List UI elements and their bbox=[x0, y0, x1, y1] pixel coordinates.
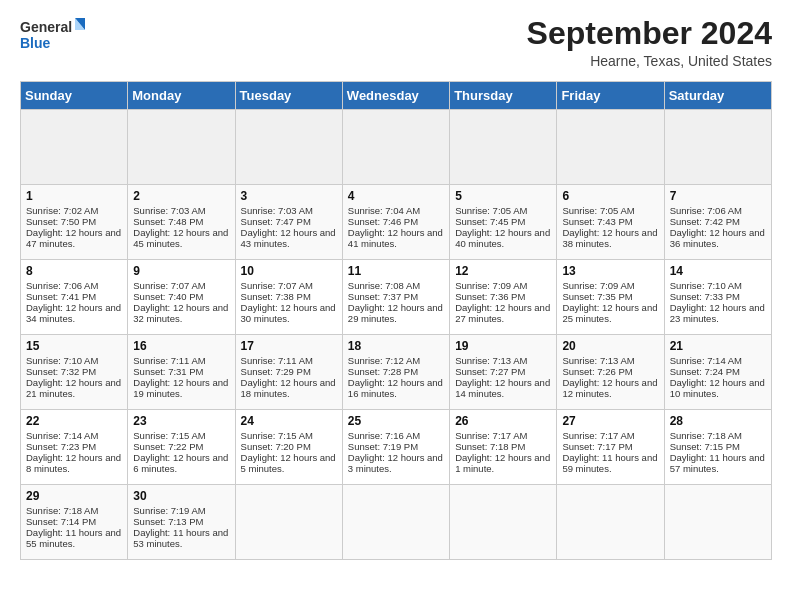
day-number: 4 bbox=[348, 189, 444, 203]
col-wednesday: Wednesday bbox=[342, 82, 449, 110]
sunrise-line: Sunrise: 7:05 AM bbox=[455, 205, 527, 216]
sunset-line: Sunset: 7:18 PM bbox=[455, 441, 525, 452]
sunset-line: Sunset: 7:37 PM bbox=[348, 291, 418, 302]
month-year-title: September 2024 bbox=[527, 16, 772, 51]
sunset-line: Sunset: 7:23 PM bbox=[26, 441, 96, 452]
daylight-label: Daylight: 11 hours and 59 minutes. bbox=[562, 452, 657, 474]
col-monday: Monday bbox=[128, 82, 235, 110]
sunrise-line: Sunrise: 7:09 AM bbox=[562, 280, 634, 291]
table-row: 13Sunrise: 7:09 AMSunset: 7:35 PMDayligh… bbox=[557, 260, 664, 335]
sunrise-line: Sunrise: 7:11 AM bbox=[133, 355, 205, 366]
svg-text:General: General bbox=[20, 19, 72, 35]
sunset-line: Sunset: 7:31 PM bbox=[133, 366, 203, 377]
day-number: 18 bbox=[348, 339, 444, 353]
table-row bbox=[557, 110, 664, 185]
sunrise-line: Sunrise: 7:03 AM bbox=[241, 205, 313, 216]
sunset-line: Sunset: 7:33 PM bbox=[670, 291, 740, 302]
sunrise-line: Sunrise: 7:03 AM bbox=[133, 205, 205, 216]
sunrise-line: Sunrise: 7:10 AM bbox=[26, 355, 98, 366]
daylight-label: Daylight: 12 hours and 43 minutes. bbox=[241, 227, 336, 249]
daylight-label: Daylight: 12 hours and 12 minutes. bbox=[562, 377, 657, 399]
day-number: 11 bbox=[348, 264, 444, 278]
table-row: 1Sunrise: 7:02 AMSunset: 7:50 PMDaylight… bbox=[21, 185, 128, 260]
table-row bbox=[235, 485, 342, 560]
sunrise-line: Sunrise: 7:06 AM bbox=[670, 205, 742, 216]
sunset-line: Sunset: 7:22 PM bbox=[133, 441, 203, 452]
day-number: 30 bbox=[133, 489, 229, 503]
sunrise-line: Sunrise: 7:11 AM bbox=[241, 355, 313, 366]
table-row: 17Sunrise: 7:11 AMSunset: 7:29 PMDayligh… bbox=[235, 335, 342, 410]
table-row: 5Sunrise: 7:05 AMSunset: 7:45 PMDaylight… bbox=[450, 185, 557, 260]
daylight-label: Daylight: 12 hours and 38 minutes. bbox=[562, 227, 657, 249]
day-number: 14 bbox=[670, 264, 766, 278]
sunrise-line: Sunrise: 7:06 AM bbox=[26, 280, 98, 291]
day-number: 6 bbox=[562, 189, 658, 203]
day-number: 2 bbox=[133, 189, 229, 203]
daylight-label: Daylight: 12 hours and 45 minutes. bbox=[133, 227, 228, 249]
day-number: 20 bbox=[562, 339, 658, 353]
table-row: 15Sunrise: 7:10 AMSunset: 7:32 PMDayligh… bbox=[21, 335, 128, 410]
calendar-week-row: 15Sunrise: 7:10 AMSunset: 7:32 PMDayligh… bbox=[21, 335, 772, 410]
sunset-line: Sunset: 7:43 PM bbox=[562, 216, 632, 227]
daylight-label: Daylight: 12 hours and 30 minutes. bbox=[241, 302, 336, 324]
day-number: 22 bbox=[26, 414, 122, 428]
calendar-week-row: 8Sunrise: 7:06 AMSunset: 7:41 PMDaylight… bbox=[21, 260, 772, 335]
day-number: 7 bbox=[670, 189, 766, 203]
daylight-label: Daylight: 12 hours and 32 minutes. bbox=[133, 302, 228, 324]
daylight-label: Daylight: 12 hours and 25 minutes. bbox=[562, 302, 657, 324]
svg-text:Blue: Blue bbox=[20, 35, 51, 51]
table-row bbox=[664, 110, 771, 185]
sunset-line: Sunset: 7:41 PM bbox=[26, 291, 96, 302]
title-area: September 2024 Hearne, Texas, United Sta… bbox=[527, 16, 772, 69]
day-number: 23 bbox=[133, 414, 229, 428]
sunrise-line: Sunrise: 7:14 AM bbox=[26, 430, 98, 441]
sunrise-line: Sunrise: 7:04 AM bbox=[348, 205, 420, 216]
sunset-line: Sunset: 7:36 PM bbox=[455, 291, 525, 302]
sunset-line: Sunset: 7:47 PM bbox=[241, 216, 311, 227]
table-row bbox=[450, 110, 557, 185]
sunrise-line: Sunrise: 7:14 AM bbox=[670, 355, 742, 366]
table-row: 29Sunrise: 7:18 AMSunset: 7:14 PMDayligh… bbox=[21, 485, 128, 560]
table-row: 11Sunrise: 7:08 AMSunset: 7:37 PMDayligh… bbox=[342, 260, 449, 335]
sunrise-line: Sunrise: 7:18 AM bbox=[670, 430, 742, 441]
table-row bbox=[450, 485, 557, 560]
sunset-line: Sunset: 7:50 PM bbox=[26, 216, 96, 227]
table-row: 24Sunrise: 7:15 AMSunset: 7:20 PMDayligh… bbox=[235, 410, 342, 485]
col-tuesday: Tuesday bbox=[235, 82, 342, 110]
sunset-line: Sunset: 7:45 PM bbox=[455, 216, 525, 227]
logo-svg: General Blue bbox=[20, 16, 85, 58]
day-number: 17 bbox=[241, 339, 337, 353]
table-row: 9Sunrise: 7:07 AMSunset: 7:40 PMDaylight… bbox=[128, 260, 235, 335]
table-row: 25Sunrise: 7:16 AMSunset: 7:19 PMDayligh… bbox=[342, 410, 449, 485]
col-sunday: Sunday bbox=[21, 82, 128, 110]
sunset-line: Sunset: 7:27 PM bbox=[455, 366, 525, 377]
daylight-label: Daylight: 12 hours and 29 minutes. bbox=[348, 302, 443, 324]
table-row bbox=[235, 110, 342, 185]
daylight-label: Daylight: 12 hours and 19 minutes. bbox=[133, 377, 228, 399]
daylight-label: Daylight: 11 hours and 55 minutes. bbox=[26, 527, 121, 549]
calendar-week-row bbox=[21, 110, 772, 185]
table-row bbox=[128, 110, 235, 185]
day-number: 10 bbox=[241, 264, 337, 278]
sunrise-line: Sunrise: 7:12 AM bbox=[348, 355, 420, 366]
location-subtitle: Hearne, Texas, United States bbox=[527, 53, 772, 69]
table-row: 12Sunrise: 7:09 AMSunset: 7:36 PMDayligh… bbox=[450, 260, 557, 335]
daylight-label: Daylight: 12 hours and 10 minutes. bbox=[670, 377, 765, 399]
daylight-label: Daylight: 12 hours and 5 minutes. bbox=[241, 452, 336, 474]
table-row: 23Sunrise: 7:15 AMSunset: 7:22 PMDayligh… bbox=[128, 410, 235, 485]
sunset-line: Sunset: 7:20 PM bbox=[241, 441, 311, 452]
day-number: 29 bbox=[26, 489, 122, 503]
sunrise-line: Sunrise: 7:17 AM bbox=[562, 430, 634, 441]
calendar-table: Sunday Monday Tuesday Wednesday Thursday… bbox=[20, 81, 772, 560]
sunrise-line: Sunrise: 7:09 AM bbox=[455, 280, 527, 291]
table-row: 10Sunrise: 7:07 AMSunset: 7:38 PMDayligh… bbox=[235, 260, 342, 335]
sunrise-line: Sunrise: 7:07 AM bbox=[133, 280, 205, 291]
day-number: 15 bbox=[26, 339, 122, 353]
day-number: 21 bbox=[670, 339, 766, 353]
day-number: 13 bbox=[562, 264, 658, 278]
sunrise-line: Sunrise: 7:02 AM bbox=[26, 205, 98, 216]
sunrise-line: Sunrise: 7:13 AM bbox=[455, 355, 527, 366]
day-number: 5 bbox=[455, 189, 551, 203]
daylight-label: Daylight: 12 hours and 23 minutes. bbox=[670, 302, 765, 324]
table-row: 3Sunrise: 7:03 AMSunset: 7:47 PMDaylight… bbox=[235, 185, 342, 260]
